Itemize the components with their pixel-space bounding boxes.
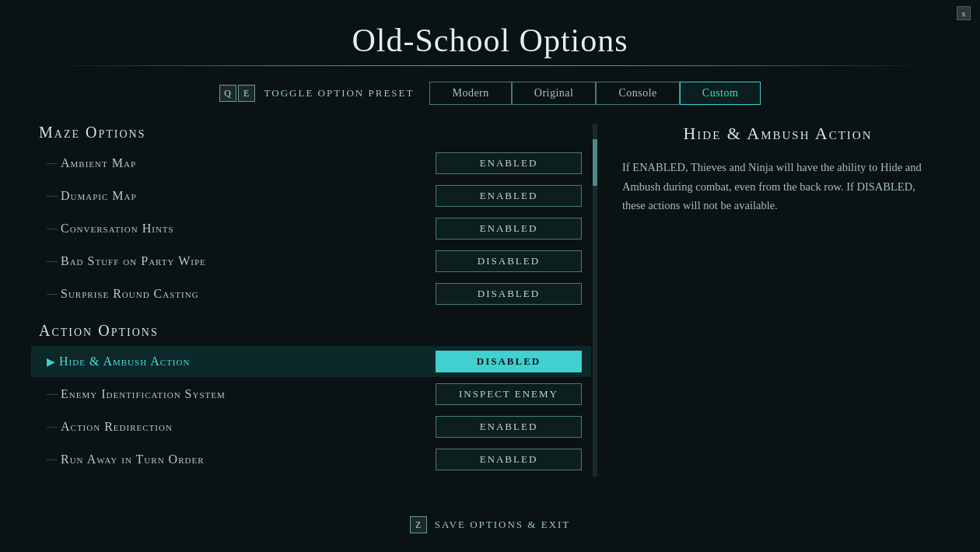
dash-4: — — [47, 255, 58, 267]
close-button[interactable]: x — [957, 6, 971, 20]
save-label: Save Options & Exit — [435, 519, 571, 531]
option-hide-ambush-label: Hide & Ambush Action — [59, 355, 436, 369]
close-icon: x — [961, 9, 966, 18]
section-gap — [31, 311, 591, 322]
dash-8: — — [47, 453, 58, 466]
option-action-redirect[interactable]: — Action Redirection ENABLED — [31, 411, 591, 442]
option-enemy-id[interactable]: — Enemy Identification System INSPECT EN… — [31, 379, 591, 410]
key-q-badge: Q — [219, 85, 236, 102]
option-conversation-hints-value[interactable]: ENABLED — [436, 218, 582, 239]
option-ambient-map-value[interactable]: ENABLED — [436, 152, 582, 174]
option-enemy-id-label: Enemy Identification System — [61, 387, 436, 401]
action-section-header: Action Options — [39, 322, 591, 340]
main-content: Maze Options — Ambient Map ENABLED — Dum… — [0, 124, 980, 477]
option-surprise-round-value[interactable]: DISABLED — [436, 283, 582, 305]
option-dumapic-map-value[interactable]: ENABLED — [436, 185, 582, 207]
option-hide-ambush[interactable]: ▶ Hide & Ambush Action DISABLED — [31, 346, 591, 377]
dash-3: — — [47, 222, 58, 235]
title-divider — [49, 65, 931, 66]
option-surprise-round[interactable]: — Surprise Round Casting DISABLED — [31, 278, 591, 309]
option-conversation-hints-label: Conversation Hints — [61, 222, 436, 236]
option-bad-stuff-value[interactable]: DISABLED — [436, 250, 582, 272]
scrollbar[interactable] — [593, 124, 597, 477]
dash-5: — — [47, 288, 58, 300]
option-dumapic-map-label: Dumapic Map — [61, 189, 436, 203]
option-run-away-value[interactable]: ENABLED — [436, 449, 582, 470]
option-dumapic-map[interactable]: — Dumapic Map ENABLED — [31, 180, 591, 211]
maze-section-header: Maze Options — [39, 124, 591, 141]
option-action-redirect-value[interactable]: ENABLED — [436, 416, 582, 438]
tab-modern[interactable]: Modern — [429, 82, 511, 105]
info-text: If ENABLED, Thieves and Ninja will have … — [622, 158, 933, 215]
key-e-badge: E — [238, 85, 255, 102]
tab-custom[interactable]: Custom — [680, 82, 761, 105]
options-panel: Maze Options — Ambient Map ENABLED — Dum… — [31, 124, 591, 477]
option-enemy-id-value[interactable]: INSPECT ENEMY — [436, 383, 582, 405]
info-title: Hide & Ambush Action — [622, 124, 933, 144]
dash-6: — — [47, 388, 58, 400]
option-bad-stuff[interactable]: — Bad Stuff on Party Wipe DISABLED — [31, 246, 591, 277]
tab-console[interactable]: Console — [596, 82, 679, 105]
option-conversation-hints[interactable]: — Conversation Hints ENABLED — [31, 213, 591, 244]
dash-2: — — [47, 190, 58, 202]
dash-1: — — [47, 157, 58, 169]
arrow-icon: ▶ — [47, 355, 59, 369]
option-bad-stuff-label: Bad Stuff on Party Wipe — [61, 254, 436, 268]
option-run-away-label: Run Away in Turn Order — [61, 452, 436, 466]
dash-7: — — [47, 421, 58, 433]
option-surprise-round-label: Surprise Round Casting — [61, 287, 436, 301]
option-run-away[interactable]: — Run Away in Turn Order ENABLED — [31, 444, 591, 475]
key-badges: Q E — [219, 85, 255, 102]
save-key-badge: Z — [410, 516, 427, 533]
bottom-bar: Z Save Options & Exit — [0, 516, 980, 533]
preset-bar-label: Toggle Option Preset — [264, 87, 415, 100]
option-ambient-map-label: Ambient Map — [61, 156, 436, 170]
preset-bar: Q E Toggle Option Preset Modern Original… — [0, 82, 980, 105]
preset-tabs: Modern Original Console Custom — [429, 82, 761, 105]
page-title: Old-School Options — [0, 0, 980, 65]
info-panel: Hide & Ambush Action If ENABLED, Thieves… — [591, 124, 949, 477]
option-hide-ambush-value[interactable]: DISABLED — [436, 351, 582, 372]
scrollbar-thumb[interactable] — [593, 139, 597, 186]
option-action-redirect-label: Action Redirection — [61, 420, 436, 434]
tab-original[interactable]: Original — [512, 82, 597, 105]
option-ambient-map[interactable]: — Ambient Map ENABLED — [31, 148, 591, 179]
